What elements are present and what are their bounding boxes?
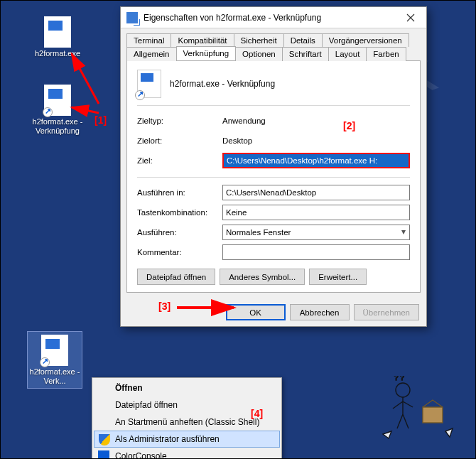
label-zielort: Zielort: (137, 136, 222, 145)
tab-optionen[interactable]: Optionen (235, 47, 283, 61)
input-ziel[interactable] (222, 153, 410, 168)
open-file-location-button[interactable]: Dateipfad öffnen (137, 269, 215, 285)
label-ziel: Ziel: (137, 156, 222, 165)
tab-strip: Terminal Kompatibilität Sicherheit Detai… (126, 33, 421, 61)
apply-button: Übernehmen (354, 304, 419, 320)
svg-rect-5 (423, 407, 443, 423)
svg-point-3 (396, 383, 410, 397)
ok-button[interactable]: OK (226, 304, 286, 320)
tab-schriftart[interactable]: Schriftart (282, 47, 329, 61)
value-zielort: Desktop (222, 136, 252, 145)
label-ausfuehren-in: Ausführen in: (137, 188, 222, 197)
shortcut-icon (137, 70, 161, 98)
properties-dialog: Eigenschaften von h2format.exe - Verknüp… (120, 6, 427, 327)
shortcut-icon (44, 85, 71, 116)
window-title: Eigenschaften von h2format.exe - Verknüp… (144, 13, 395, 23)
label-zieltyp: Zieltyp: (137, 117, 222, 125)
close-button[interactable] (395, 7, 426, 28)
separator (137, 105, 410, 106)
ctx-open[interactable]: Öffnen (94, 379, 280, 396)
icon-label-line2: Verk... (29, 377, 80, 386)
input-ausfuehren-in[interactable] (222, 185, 410, 200)
shortcut-icon (41, 335, 68, 366)
shield-icon (99, 434, 110, 446)
tab-vorgaengerversionen[interactable]: Vorgängerversionen (322, 33, 409, 47)
svg-text:? ?: ? ? (394, 376, 404, 382)
close-icon (406, 14, 415, 22)
icon-label-line1: h2format.exe - (31, 117, 85, 126)
input-kommentar[interactable] (222, 244, 410, 260)
change-icon-button[interactable]: Anderes Symbol... (220, 269, 305, 285)
desktop-icon-h2format-shortcut[interactable]: h2format.exe - Verknüpfung (31, 85, 85, 135)
file-icon (44, 16, 71, 48)
shortcut-icon (126, 12, 138, 23)
tab-allgemein[interactable]: Allgemein (126, 47, 177, 61)
separator (137, 177, 410, 178)
shortcut-name: h2format.exe - Verknüpfung (170, 79, 275, 89)
doodle-illustration: ? ? (379, 376, 457, 440)
annotation-marker-2: [2] (343, 120, 355, 131)
colorconsole-icon (98, 450, 109, 459)
icon-label: h2format.exe (31, 49, 85, 58)
cancel-button[interactable]: Abbrechen (290, 304, 350, 320)
annotation-marker-1: [1] (94, 114, 107, 126)
ctx-run-as-admin[interactable]: Als Administrator ausführen (94, 431, 280, 448)
desktop-icon-h2format[interactable]: h2format.exe (31, 16, 85, 58)
tab-kompatibilitaet[interactable]: Kompatibilität (171, 33, 234, 47)
annotation-marker-3: [3] (158, 301, 171, 312)
icon-label-line2: Verknüpfung (31, 126, 85, 136)
desktop-icon-h2format-shortcut-selected[interactable]: h2format.exe - Verk... (28, 332, 82, 388)
tab-panel: h2format.exe - Verknüpfung Zieltyp: Anwe… (126, 61, 421, 293)
annotation-marker-4: [4] (251, 408, 263, 419)
label-ausfuehren: Ausführen: (137, 228, 222, 237)
icon-label-line1: h2format.exe - (29, 367, 80, 377)
panel-header: h2format.exe - Verknüpfung (137, 70, 410, 98)
tab-layout[interactable]: Layout (328, 47, 367, 61)
label-kommentar: Kommentar: (137, 248, 222, 256)
tab-terminal[interactable]: Terminal (126, 33, 171, 47)
advanced-button[interactable]: Erweitert... (309, 269, 367, 285)
titlebar[interactable]: Eigenschaften von h2format.exe - Verknüp… (121, 7, 426, 28)
input-tastenkombination[interactable] (222, 205, 410, 220)
select-ausfuehren[interactable]: Normales Fenster (222, 225, 410, 240)
tab-verknuepfung[interactable]: Verknüpfung (176, 46, 237, 60)
tab-farben[interactable]: Farben (366, 47, 406, 61)
tab-details[interactable]: Details (283, 33, 323, 47)
ctx-colorconsole[interactable]: ColorConsole (94, 448, 280, 459)
tab-sicherheit[interactable]: Sicherheit (234, 33, 284, 47)
label-tastenkombination: Tastenkombination: (137, 208, 222, 217)
value-zieltyp: Anwendung (222, 117, 266, 125)
action-button-row: Dateipfad öffnen Anderes Symbol... Erwei… (137, 269, 410, 285)
